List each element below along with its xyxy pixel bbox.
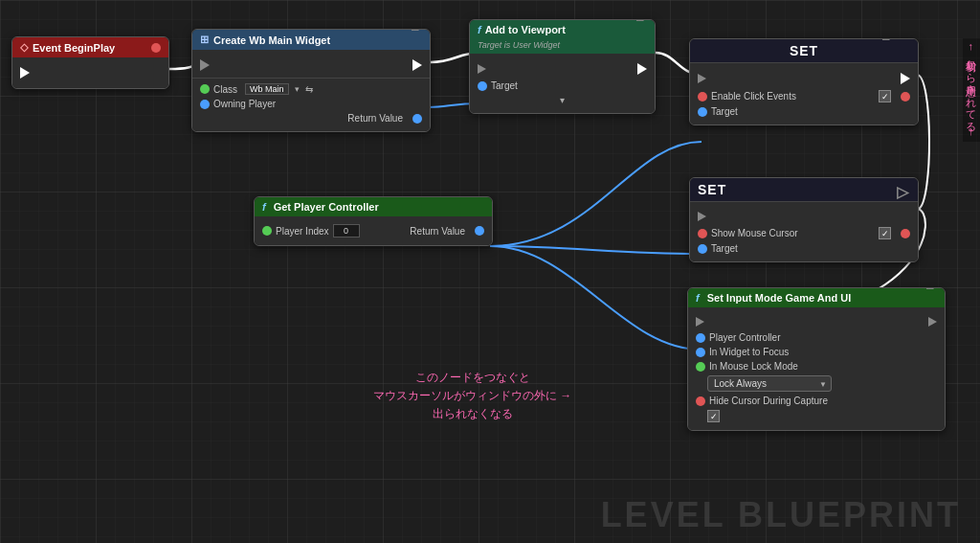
set2-header: SET ▷ (690, 178, 918, 202)
in-widget-pin (696, 348, 705, 357)
add-to-viewport-subtitle: Target is User Widget (478, 40, 560, 50)
gpc-f-prefix: f (262, 201, 266, 213)
simgui-title: Set Input Mode Game And UI (707, 292, 852, 304)
set2-target-label: Target (711, 243, 738, 254)
event-begin-play-header: ◇ Event BeginPlay (12, 37, 168, 57)
exec-out-pin (901, 73, 910, 84)
player-controller-pin (696, 333, 705, 343)
player-index-pin (262, 226, 272, 236)
class-pin (200, 84, 210, 94)
simgui-f-prefix: f (696, 292, 700, 304)
exec-in-pin (696, 317, 704, 327)
hide-cursor-row: Hide Cursor During Capture (688, 394, 945, 408)
hide-cursor-checkbox[interactable]: ✓ (707, 410, 720, 422)
event-exec-row (12, 63, 168, 82)
class-row: Class Wb Main ▾ ⇆ (192, 81, 430, 97)
owning-player-pin (200, 100, 210, 109)
in-widget-label: In Widget to Focus (709, 347, 789, 357)
lock-always-dropdown[interactable]: Lock Always (707, 375, 832, 392)
show-mouse-out-pin (901, 229, 910, 238)
gpc-title: Get Player Controller (274, 201, 379, 213)
set2-exec-out-right: ▷ (897, 183, 910, 196)
mouse-lock-pin (696, 362, 705, 372)
show-mouse-checkbox[interactable]: ✓ (879, 227, 891, 239)
monitor-icon-viewport: 🖥 (634, 19, 651, 24)
set2-target-row: Target (690, 241, 918, 256)
mouse-lock-label: In Mouse Lock Mode (709, 361, 798, 372)
show-mouse-label: Show Mouse Cursor (711, 228, 798, 238)
enable-click-pin (698, 92, 707, 102)
set1-body: Enable Click Events ✓ Target (690, 63, 918, 124)
enable-click-row: Enable Click Events ✓ (690, 88, 918, 104)
chevron-row: ▾ (470, 93, 655, 107)
annotation-center: このノードをつなぐとマウスカーソルがウィンドウの外に →出られなくなる (373, 369, 571, 424)
enable-click-out-pin (901, 92, 910, 102)
gpc-body: Player Index 0 Return Value (255, 216, 492, 245)
monitor-icon-simgui: 🖥 (924, 287, 941, 292)
player-index-input[interactable]: 0 (333, 224, 360, 238)
simgui-body: Player Controller In Widget to Focus In … (688, 307, 945, 430)
hide-cursor-pin (696, 396, 705, 406)
create-widget-body: Class Wb Main ▾ ⇆ Owning Player Return V… (192, 50, 430, 131)
event-begin-play-body (12, 57, 168, 88)
set2-title: SET (698, 182, 726, 197)
player-index-row: Player Index 0 Return Value (255, 222, 492, 239)
mouse-lock-mode-row: In Mouse Lock Mode (688, 359, 945, 373)
event-begin-play-title: Event BeginPlay (33, 42, 115, 54)
target-row: Target (470, 79, 655, 93)
hide-cursor-label: Hide Cursor During Capture (709, 396, 828, 406)
exec-out-pin (412, 59, 422, 71)
exec-in-pin (698, 74, 706, 83)
set2-target-pin (698, 244, 707, 254)
create-widget-node: 🖥 ⊞ Create Wb Main Widget Class Wb Main … (191, 29, 431, 132)
hide-cursor-checkbox-row: ✓ (688, 408, 945, 424)
create-exec-row (192, 56, 430, 75)
set1-target-row: Target (690, 104, 918, 119)
expand-icon: ▾ (560, 95, 565, 105)
exec-out-pin (20, 67, 30, 79)
add-to-viewport-body: Target ▾ (470, 54, 655, 113)
exec-in-pin (698, 212, 706, 221)
viewport-exec-row (470, 59, 655, 79)
gpc-header: f Get Player Controller (255, 197, 492, 216)
class-value: Wb Main (245, 83, 289, 95)
set2-body: Show Mouse Cursor ✓ Target (690, 202, 918, 261)
player-controller-row: Player Controller (688, 330, 945, 345)
event-begin-play-node: ◇ Event BeginPlay (11, 36, 169, 89)
exec-in-pin (478, 64, 486, 74)
set-enable-click-node: 🖥 SET Enable Click Events ✓ Target (689, 38, 919, 125)
return-value-pin (475, 226, 484, 236)
set-input-mode-node: 🖥 f Set Input Mode Game And UI Player Co… (687, 287, 946, 431)
enable-click-checkbox[interactable]: ✓ (879, 90, 891, 102)
add-to-viewport-header: f Add to Viewport Target is User Widget (470, 20, 655, 54)
in-widget-row: In Widget to Focus (688, 345, 945, 359)
return-value-label: Return Value (347, 113, 403, 124)
player-controller-label: Player Controller (709, 332, 780, 343)
annotation-right-text: ←最初から用意されてる← (966, 42, 977, 138)
add-to-viewport-title: Add to Viewport (485, 24, 566, 35)
owning-player-row: Owning Player (192, 97, 430, 111)
target-label: Target (491, 80, 518, 91)
return-value-label: Return Value (410, 226, 465, 237)
enable-click-label: Enable Click Events (711, 91, 796, 102)
set1-target-label: Target (711, 106, 738, 117)
annotation-center-text: このノードをつなぐとマウスカーソルがウィンドウの外に →出られなくなる (373, 371, 571, 420)
create-widget-header: ⊞ Create Wb Main Widget (192, 30, 430, 50)
exec-out-pin (928, 317, 937, 327)
create-widget-title: Create Wb Main Widget (213, 34, 330, 46)
return-value-pin (412, 114, 422, 124)
add-to-viewport-node: 🖥 f Add to Viewport Target is User Widge… (469, 19, 656, 114)
class-label: Class (213, 84, 237, 95)
set1-target-pin (698, 107, 707, 117)
exec-in-pin (200, 59, 210, 71)
simgui-header: f Set Input Mode Game And UI (688, 288, 945, 307)
show-mouse-row: Show Mouse Cursor ✓ (690, 225, 918, 241)
simgui-exec-row (688, 313, 945, 330)
owning-player-label: Owning Player (213, 99, 276, 109)
show-mouse-pin (698, 229, 707, 238)
lock-always-row: Lock Always (688, 373, 945, 394)
player-index-label: Player Index (276, 226, 329, 237)
set-show-mouse-node: SET ▷ Show Mouse Cursor ✓ Target (689, 177, 919, 262)
target-pin (478, 81, 487, 91)
set1-exec-row (690, 69, 918, 88)
